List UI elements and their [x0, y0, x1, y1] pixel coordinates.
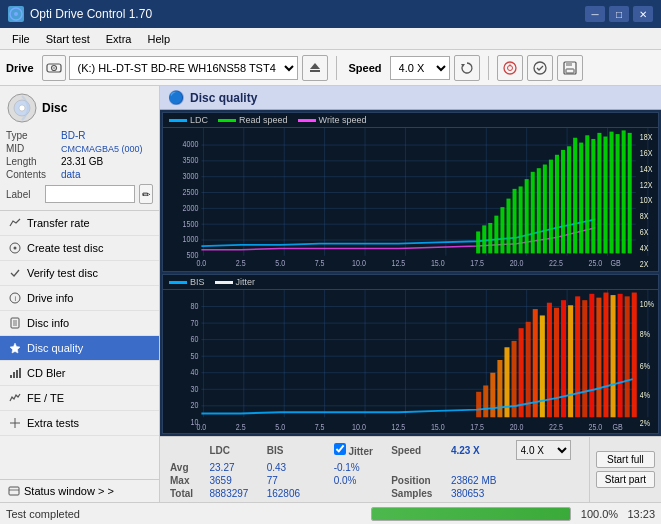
stats-table: LDC BIS Jitter Speed 4.23 X — [160, 437, 589, 502]
disc-icon — [6, 92, 38, 124]
stats-avg-label: Avg — [164, 461, 203, 474]
disc-length-row: Length 23.31 GB — [6, 156, 153, 167]
svg-text:4%: 4% — [640, 390, 650, 400]
start-buttons: Start full Start part — [589, 437, 661, 502]
svg-text:15.0: 15.0 — [431, 422, 445, 430]
stats-total-jitter — [328, 487, 386, 500]
chart1-wrapper: LDC Read speed Write speed — [162, 112, 659, 272]
svg-rect-108 — [628, 133, 632, 254]
svg-rect-34 — [163, 128, 658, 268]
svg-text:12.5: 12.5 — [391, 258, 405, 268]
col-spacer — [312, 439, 328, 461]
drive-label: Drive — [6, 62, 34, 74]
svg-text:50: 50 — [190, 351, 198, 361]
svg-rect-156 — [490, 373, 495, 418]
nav-item-disc-quality[interactable]: Disc quality — [0, 336, 159, 361]
nav-item-label-drive-info: Drive info — [27, 292, 73, 304]
svg-text:12.5: 12.5 — [392, 422, 406, 430]
nav-item-verify-test[interactable]: Verify test disc — [0, 261, 159, 286]
stats-samples-val: 380653 — [445, 487, 510, 500]
svg-text:16X: 16X — [640, 148, 653, 158]
refresh-button[interactable] — [454, 55, 480, 81]
svg-rect-86 — [494, 216, 498, 254]
speed-select[interactable]: 4.0 X — [390, 56, 450, 80]
stats-avg-ldc: 23.27 — [203, 461, 260, 474]
stats-row-max: Max 3659 77 0.0% Position 23862 MB — [164, 474, 585, 487]
nav-item-transfer-rate[interactable]: Transfer rate — [0, 211, 159, 236]
disc-info-icon — [8, 316, 22, 330]
svg-text:7.5: 7.5 — [315, 422, 325, 430]
menu-start-test[interactable]: Start test — [38, 31, 98, 47]
stats-bar: LDC BIS Jitter Speed 4.23 X — [160, 436, 661, 502]
disc-length-key: Length — [6, 156, 61, 167]
start-full-button[interactable]: Start full — [596, 451, 655, 468]
svg-rect-100 — [579, 143, 583, 254]
disc-mid-row: MID CMCMAGBA5 (000) — [6, 143, 153, 154]
menu-extra[interactable]: Extra — [98, 31, 140, 47]
disc-contents-row: Contents data — [6, 169, 153, 180]
nav-items: Transfer rate Create test disc Verify te… — [0, 211, 159, 479]
legend-write-speed: Write speed — [298, 115, 367, 125]
svg-text:25.0: 25.0 — [588, 422, 602, 430]
dq-header-icon: 🔵 — [168, 90, 184, 105]
nav-item-extra-tests[interactable]: Extra tests — [0, 411, 159, 436]
label-input[interactable] — [45, 185, 135, 203]
menu-file[interactable]: File — [4, 31, 38, 47]
svg-rect-171 — [596, 298, 601, 418]
svg-rect-32 — [9, 487, 19, 495]
nav-item-drive-info[interactable]: i Drive info — [0, 286, 159, 311]
nav-item-fe-te[interactable]: FE / TE — [0, 386, 159, 411]
save-button[interactable] — [557, 55, 583, 81]
disc-contents-key: Contents — [6, 169, 61, 180]
svg-text:70: 70 — [190, 318, 198, 328]
disc-type-val: BD-R — [61, 130, 85, 141]
charts-container: LDC Read speed Write speed — [160, 110, 661, 436]
svg-text:10.0: 10.0 — [352, 422, 366, 430]
svg-rect-106 — [616, 134, 620, 253]
verify-button[interactable] — [527, 55, 553, 81]
close-button[interactable]: ✕ — [633, 6, 653, 22]
label-edit-button[interactable]: ✏ — [139, 184, 153, 204]
svg-text:22.5: 22.5 — [549, 258, 563, 268]
svg-text:7.5: 7.5 — [315, 258, 325, 268]
stats-pos-key — [385, 461, 445, 474]
stats-speed-select[interactable]: 4.0 X — [516, 440, 571, 460]
menu-help[interactable]: Help — [139, 31, 178, 47]
nav-item-disc-info[interactable]: Disc info — [0, 311, 159, 336]
drive-info-icon: i — [8, 291, 22, 305]
legend-ldc-label: LDC — [190, 115, 208, 125]
verify-test-icon — [8, 266, 22, 280]
legend-write-speed-color — [298, 119, 316, 122]
disc-header: Disc — [6, 92, 153, 124]
burn-button[interactable] — [497, 55, 523, 81]
disc-type-key: Type — [6, 130, 61, 141]
stats-max-jitter: 0.0% — [328, 474, 386, 487]
minimize-button[interactable]: ─ — [585, 6, 605, 22]
jitter-checkbox[interactable] — [334, 443, 346, 455]
legend-read-speed-label: Read speed — [239, 115, 288, 125]
svg-text:0.0: 0.0 — [196, 422, 206, 430]
svg-rect-96 — [555, 155, 559, 254]
progress-bar — [371, 507, 571, 521]
legend-jitter-label: Jitter — [236, 277, 256, 287]
chart1-legend: LDC Read speed Write speed — [163, 113, 658, 128]
drive-icon-btn[interactable] — [42, 55, 66, 81]
disc-contents-val: data — [61, 169, 80, 180]
nav-item-label-fe-te: FE / TE — [27, 392, 64, 404]
status-window-button[interactable]: Status window > > — [0, 479, 159, 502]
svg-text:6X: 6X — [640, 228, 649, 238]
maximize-button[interactable]: □ — [609, 6, 629, 22]
svg-rect-29 — [19, 368, 21, 378]
svg-rect-154 — [476, 392, 481, 417]
svg-text:10.0: 10.0 — [352, 258, 366, 268]
nav-item-create-test[interactable]: Create test disc — [0, 236, 159, 261]
disc-length-val: 23.31 GB — [61, 156, 103, 167]
eject-button[interactable] — [302, 55, 328, 81]
start-part-button[interactable]: Start part — [596, 471, 655, 488]
nav-item-cd-bler[interactable]: CD Bler — [0, 361, 159, 386]
drive-select[interactable]: (K:) HL-DT-ST BD-RE WH16NS58 TST4 — [69, 56, 298, 80]
svg-rect-101 — [585, 135, 589, 253]
title-bar-left: Opti Drive Control 1.70 — [8, 6, 152, 22]
svg-text:2%: 2% — [640, 418, 650, 428]
svg-rect-157 — [497, 360, 502, 417]
